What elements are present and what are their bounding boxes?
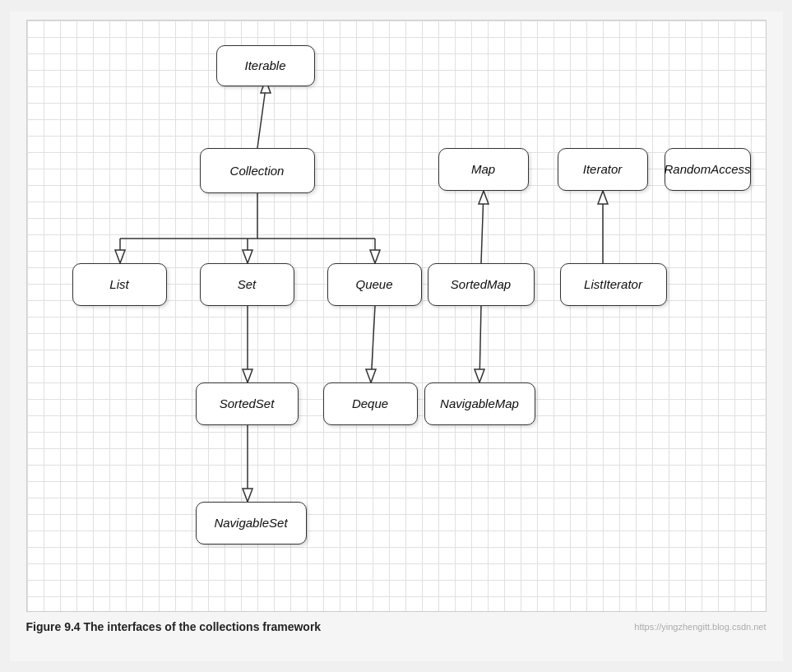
node-listiterator: ListIterator <box>560 263 667 306</box>
node-sortedmap: SortedMap <box>428 263 535 306</box>
outer-container: Iterable Collection List Set Queue Sorte… <box>10 12 783 661</box>
node-randomaccess: RandomAccess <box>665 148 751 191</box>
node-navigableset: NavigableSet <box>196 502 307 545</box>
node-list: List <box>72 263 167 306</box>
node-map: Map <box>438 148 529 191</box>
node-set: Set <box>200 263 294 306</box>
caption-text: Figure 9.4 The interfaces of the collect… <box>26 620 322 633</box>
svg-marker-21 <box>243 489 252 502</box>
svg-marker-19 <box>475 369 484 382</box>
caption: Figure 9.4 The interfaces of the collect… <box>26 620 767 633</box>
node-deque: Deque <box>323 382 418 425</box>
node-iterator: Iterator <box>558 148 648 191</box>
node-navigablemap: NavigableMap <box>424 382 535 425</box>
svg-marker-13 <box>598 191 608 204</box>
svg-marker-7 <box>243 250 252 263</box>
node-collection: Collection <box>200 148 315 193</box>
node-iterable: Iterable <box>216 45 315 86</box>
arrows-svg <box>27 21 766 611</box>
svg-line-16 <box>371 306 375 382</box>
svg-marker-11 <box>479 191 489 204</box>
node-queue: Queue <box>327 263 422 306</box>
caption-url: https://yingzhengitt.blog.csdn.net <box>634 622 766 632</box>
svg-marker-5 <box>115 250 125 263</box>
svg-marker-17 <box>366 369 376 382</box>
diagram-wrapper: Iterable Collection List Set Queue Sorte… <box>26 20 767 612</box>
svg-line-10 <box>481 192 484 263</box>
node-sortedset: SortedSet <box>196 382 299 425</box>
svg-line-18 <box>479 306 481 382</box>
svg-marker-9 <box>370 250 380 263</box>
svg-line-0 <box>257 88 266 148</box>
svg-marker-15 <box>243 369 252 382</box>
